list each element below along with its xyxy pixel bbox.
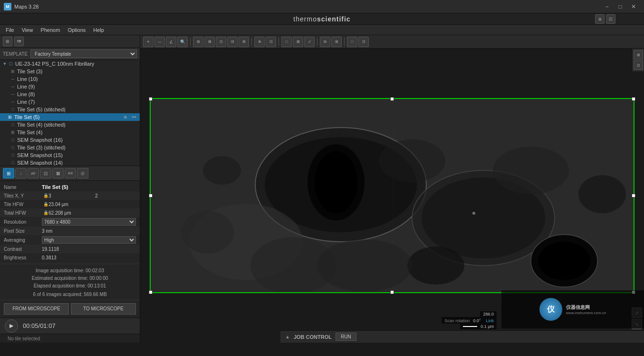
playback-time: 00:05/01:07 <box>23 322 56 329</box>
menu-options[interactable]: Options <box>64 26 89 34</box>
svg-point-23 <box>317 239 412 292</box>
image-viewport[interactable]: 仪 仪器信息网 www.instrument.com.cn 286.0 Scan… <box>140 49 644 343</box>
canvas-paste-btn[interactable]: ⊞ <box>331 37 342 47</box>
canvas-grid1-btn[interactable]: ⊞ <box>193 37 203 47</box>
run-button[interactable]: RUN <box>336 333 356 341</box>
canvas-angle-btn[interactable]: ∠ <box>166 37 176 47</box>
sel-handle-mr[interactable] <box>632 194 635 198</box>
canvas-snap2-btn[interactable]: ⊡ <box>266 37 276 47</box>
template-select[interactable]: Factory Template <box>30 49 137 58</box>
canvas-add-btn[interactable]: + <box>143 37 154 47</box>
tree-root-arrow[interactable]: ▼ <box>2 61 8 66</box>
prop-brightness-value: 0.3813 <box>42 255 136 260</box>
tree-label-tileset5: Tile Set (5) <box>14 114 39 120</box>
tab-filter[interactable]: ≡≡ <box>65 168 76 178</box>
contract-btn[interactable]: ⤡ <box>632 319 642 329</box>
tree-item-tileset5-stitched[interactable]: □ Tile Set (5) (stitched) <box>0 106 140 113</box>
lock-icon-3: 🔒 <box>43 210 48 216</box>
rs-btn-2[interactable]: ⊡ <box>634 60 643 70</box>
canvas-rect-btn[interactable]: □ <box>347 37 357 47</box>
canvas-line-btn[interactable]: ─ <box>154 37 165 47</box>
canvas-search-btn[interactable]: 🔍 <box>177 37 188 47</box>
tree-label-tileset4: Tile Set (4) <box>17 129 42 135</box>
tab-chart[interactable]: ▦ <box>52 168 64 178</box>
project-tree[interactable]: ▼ ⬡ UE-23-142 PS_C 100nm Fibrillary ⊞ Ti… <box>0 60 140 166</box>
menu-phenom[interactable]: Phenom <box>37 26 64 34</box>
left-toolbar-map-btn[interactable]: 🗺 <box>14 37 24 46</box>
tab-circle[interactable]: ◎ <box>77 168 88 178</box>
brand-logo-bold: scientific <box>317 15 351 23</box>
tree-item-tileset3-stitched[interactable]: □ Tile Set (3) (stitched) <box>0 144 140 151</box>
canvas-full-btn[interactable]: ⤢ <box>304 37 315 47</box>
tree-item-line9[interactable]: ─ Line (9) <box>0 83 140 90</box>
close-button[interactable]: ✕ <box>627 2 640 11</box>
tree-item-actions: ⊕ ••• <box>122 114 138 120</box>
tree-item-tileset4[interactable]: ⊞ Tile Set (4) <box>0 129 140 136</box>
tree-item-line10[interactable]: ─ Line (10) <box>0 75 140 83</box>
tree-label-line10: Line (10) <box>17 76 38 82</box>
prop-brightness-row: Brightness 0.3813 <box>0 253 140 262</box>
svg-point-10 <box>538 242 590 280</box>
tree-item-tileset4-stitched[interactable]: □ Tile Set (4) (stitched) <box>0 121 140 129</box>
canvas-toolbar: + ─ ∠ 🔍 ⊞ ⊠ ⊡ ⊟ ⊞ ⊕ ⊡ □ ⊠ ⤢ ⧉ ⊞ □ ⊡ <box>140 35 644 49</box>
sel-handle-tr[interactable] <box>632 97 635 101</box>
sel-handle-tl[interactable] <box>149 97 153 101</box>
canvas-fit-btn[interactable]: □ <box>281 37 292 47</box>
sel-handle-tc[interactable] <box>390 97 394 101</box>
prop-totalhfw-row: Total HFW 🔒 62.208 μm <box>0 208 140 217</box>
to-microscope-btn[interactable]: TO MICROSCOPE <box>71 303 136 315</box>
watermark: 仪 仪器信息网 www.instrument.com.cn <box>501 290 644 328</box>
sel-handle-br[interactable] <box>632 290 635 294</box>
tree-root[interactable]: ▼ ⬡ UE-23-142 PS_C 100nm Fibrillary <box>0 60 140 68</box>
canvas-copy-btn[interactable]: ⧉ <box>320 37 330 47</box>
tab-img[interactable]: ⊡ <box>40 168 51 178</box>
tree-item-tileset3[interactable]: ⊞ Tile Set (3) <box>0 68 140 75</box>
rs-btn-1[interactable]: ⊞ <box>634 50 643 59</box>
maximize-button[interactable]: □ <box>614 2 627 11</box>
canvas-resize-btn[interactable]: ⊠ <box>293 37 303 47</box>
canvas-grid3-btn[interactable]: ⊡ <box>216 37 226 47</box>
lock-icon-1: 🔒 <box>43 193 48 198</box>
viewport-controls: ⤢ ⤡ <box>632 307 642 329</box>
prop-pixelsize-label: Pixel Size <box>4 228 42 234</box>
menu-view[interactable]: View <box>18 26 37 34</box>
menu-help[interactable]: Help <box>89 26 108 34</box>
tree-item-snapshot14[interactable]: □ SEM Snapshot (14) <box>0 159 140 166</box>
menubar: File View Phenom Options Help <box>0 25 644 35</box>
canvas-misc-btn[interactable]: ⊡ <box>358 37 369 47</box>
canvas-grid2-btn[interactable]: ⊠ <box>204 37 215 47</box>
from-microscope-btn[interactable]: FROM MICROSCOPE <box>4 303 69 315</box>
expand-btn[interactable]: ⤢ <box>632 307 642 318</box>
prop-resolution-select[interactable]: 7680 x 4800 <box>42 218 136 226</box>
tree-item-tileset5[interactable]: ⊞ Tile Set (5) ⊕ ••• <box>0 113 140 121</box>
tree-item-snapshot15[interactable]: □ SEM Snapshot (15) <box>0 151 140 159</box>
menu-file[interactable]: File <box>2 26 18 34</box>
tab-down[interactable]: ↓ <box>15 168 27 178</box>
tree-label-line8: Line (8) <box>17 91 35 97</box>
svg-point-14 <box>203 156 241 185</box>
left-toolbar-grid-btn[interactable]: ⊞ <box>3 37 12 46</box>
tree-item-line7[interactable]: ─ Line (7) <box>0 98 140 106</box>
prop-contrast-value: 19.1118 <box>42 247 136 252</box>
tree-item-line8[interactable]: ─ Line (8) <box>0 90 140 98</box>
play-button[interactable]: ▶ <box>5 319 18 333</box>
sel-handle-bc[interactable] <box>390 290 394 294</box>
canvas-grid4-btn[interactable]: ⊟ <box>227 37 238 47</box>
tree-item-snapshot16[interactable]: □ SEM Snapshot (16) <box>0 136 140 144</box>
canvas-grid5-btn[interactable]: ⊞ <box>239 37 249 47</box>
minimize-button[interactable]: − <box>600 2 614 11</box>
tab-af[interactable]: AF <box>28 168 39 178</box>
tree-item-copy-btn[interactable]: ⊕ <box>122 114 129 120</box>
tree-item-more-btn[interactable]: ••• <box>130 114 138 120</box>
header-btn-1[interactable]: ⊞ <box>595 14 605 24</box>
prop-averaging-select[interactable]: High <box>42 236 136 244</box>
prop-tiles-label: Tiles X, Y <box>4 193 42 198</box>
properties-panel: Name Tile Set (5) Tiles X, Y 🔒 3 2 Tile … <box>0 181 140 264</box>
job-control-label: JOB CONTROL <box>294 334 332 340</box>
sel-handle-bl[interactable] <box>149 290 153 294</box>
sel-handle-ml[interactable] <box>149 194 153 198</box>
tab-grid[interactable]: ⊞ <box>3 168 14 178</box>
header-btn-2[interactable]: ⊡ <box>606 14 615 24</box>
tree-icon-tileset5s: □ <box>10 107 16 112</box>
canvas-snap1-btn[interactable]: ⊕ <box>254 37 265 47</box>
